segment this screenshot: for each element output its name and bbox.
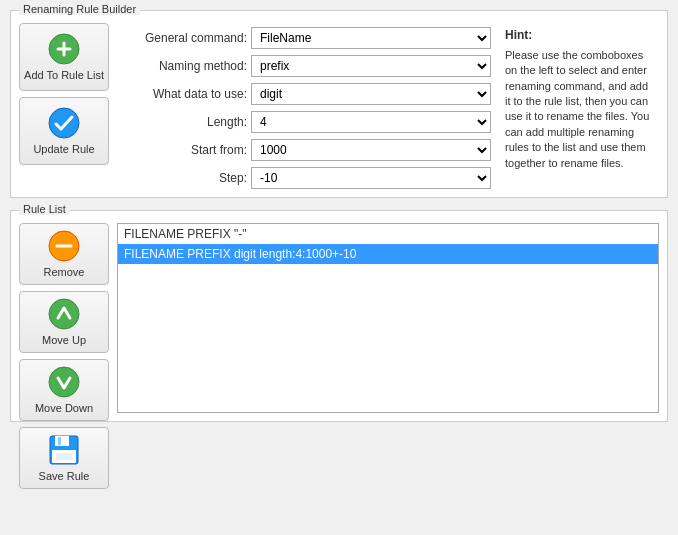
plus-icon <box>48 33 80 65</box>
svg-rect-10 <box>58 437 61 445</box>
step-row: Step: 1 10 -10 -1 <box>117 167 491 189</box>
svg-rect-12 <box>56 453 72 460</box>
naming-method-select[interactable]: prefix suffix replace <box>251 55 491 77</box>
update-rule-button[interactable]: Update Rule <box>19 97 109 165</box>
svg-point-7 <box>49 367 79 397</box>
remove-button[interactable]: Remove <box>19 223 109 285</box>
naming-method-label: Naming method: <box>117 59 247 73</box>
step-label: Step: <box>117 171 247 185</box>
rule-list-buttons: Remove Move Up Move <box>19 223 109 413</box>
rule-list-section: Rule List Remove <box>10 210 668 422</box>
step-select[interactable]: 1 10 -10 -1 <box>251 167 491 189</box>
builder-section-title: Renaming Rule Builder <box>19 3 140 15</box>
rule-list-wrapper: Rule List Remove <box>10 210 668 422</box>
svg-point-3 <box>49 108 79 138</box>
renaming-rule-builder: Renaming Rule Builder Add To Rule List <box>10 10 668 198</box>
arrow-down-icon <box>48 366 80 398</box>
naming-method-row: Naming method: prefix suffix replace <box>117 55 491 77</box>
checkmark-icon <box>48 107 80 139</box>
builder-buttons: Add To Rule List Update Rule <box>19 23 109 189</box>
renaming-rule-builder-wrapper: Renaming Rule Builder Add To Rule List <box>10 10 668 198</box>
minus-icon <box>48 230 80 262</box>
move-down-label: Move Down <box>35 402 93 414</box>
svg-point-6 <box>49 299 79 329</box>
arrow-up-icon <box>48 298 80 330</box>
save-icon <box>48 434 80 466</box>
move-up-button[interactable]: Move Up <box>19 291 109 353</box>
hint-title: Hint: <box>505 27 653 44</box>
add-to-rule-list-label: Add To Rule List <box>24 69 104 81</box>
length-label: Length: <box>117 115 247 129</box>
form-area: General command: FileName Extension Coun… <box>117 23 491 189</box>
start-from-row: Start from: 1 100 1000 10000 <box>117 139 491 161</box>
length-row: Length: 1 2 3 4 5 <box>117 111 491 133</box>
save-rule-button[interactable]: Save Rule <box>19 427 109 489</box>
general-command-row: General command: FileName Extension Coun… <box>117 27 491 49</box>
save-rule-label: Save Rule <box>39 470 90 482</box>
builder-inner: Add To Rule List Update Rule General com… <box>19 23 659 189</box>
what-data-label: What data to use: <box>117 87 247 101</box>
remove-label: Remove <box>44 266 85 278</box>
hint-box: Hint: Please use the comboboxes on the l… <box>499 23 659 189</box>
rule-item[interactable]: FILENAME PREFIX digit length:4:1000+-10 <box>118 244 658 264</box>
general-command-select[interactable]: FileName Extension Counter <box>251 27 491 49</box>
rule-items-container[interactable]: FILENAME PREFIX "-" FILENAME PREFIX digi… <box>117 223 659 413</box>
hint-text: Please use the comboboxes on the left to… <box>505 48 653 171</box>
what-data-row: What data to use: digit text date <box>117 83 491 105</box>
svg-rect-9 <box>55 436 69 446</box>
move-up-label: Move Up <box>42 334 86 346</box>
main-container: Renaming Rule Builder Add To Rule List <box>0 0 678 535</box>
general-command-label: General command: <box>117 31 247 45</box>
add-to-rule-list-button[interactable]: Add To Rule List <box>19 23 109 91</box>
rule-item[interactable]: FILENAME PREFIX "-" <box>118 224 658 244</box>
move-down-button[interactable]: Move Down <box>19 359 109 421</box>
rule-list-section-title: Rule List <box>19 203 70 215</box>
rule-list-inner: Remove Move Up Move <box>19 223 659 413</box>
what-data-select[interactable]: digit text date <box>251 83 491 105</box>
start-from-label: Start from: <box>117 143 247 157</box>
length-select[interactable]: 1 2 3 4 5 <box>251 111 491 133</box>
start-from-select[interactable]: 1 100 1000 10000 <box>251 139 491 161</box>
update-rule-label: Update Rule <box>33 143 94 155</box>
